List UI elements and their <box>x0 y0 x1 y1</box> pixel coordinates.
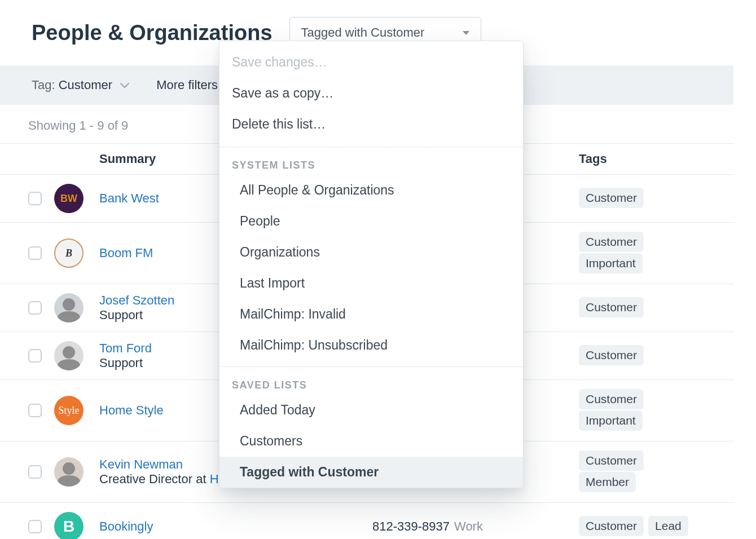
dropdown-saved-item[interactable]: Added Today <box>219 395 523 426</box>
dropdown-saved-item[interactable]: Customers <box>219 426 523 457</box>
row-checkbox[interactable] <box>28 301 42 315</box>
contact-name-link[interactable]: Bookingly <box>99 519 153 533</box>
dropdown-system-item[interactable]: Last Import <box>219 268 523 299</box>
tag-pill[interactable]: Important <box>579 410 643 431</box>
tag-pill[interactable]: Customer <box>579 516 644 536</box>
contact-name-link[interactable]: Home Style <box>99 403 164 417</box>
contact-name-link[interactable]: Bank West <box>99 191 159 205</box>
row-checkbox[interactable] <box>28 246 42 260</box>
avatar: Style <box>54 396 83 425</box>
tag-filter-label: Tag: <box>32 78 55 92</box>
tag-pill[interactable]: Customer <box>579 232 644 252</box>
contact-name-link[interactable]: Kevin Newman <box>99 457 183 471</box>
dropdown-system-item[interactable]: MailChimp: Unsubscribed <box>219 330 523 361</box>
tag-pill[interactable]: Lead <box>648 516 688 536</box>
tag-filter[interactable]: Tag: Customer <box>32 78 129 92</box>
dropdown-delete-list[interactable]: Delete this list… <box>219 109 523 140</box>
list-select-label: Tagged with Customer <box>301 25 425 40</box>
tag-pill[interactable]: Customer <box>579 297 644 317</box>
tag-pill[interactable]: Member <box>579 472 636 492</box>
avatar <box>54 457 83 487</box>
chevron-down-icon <box>120 83 129 89</box>
dropdown-save-copy[interactable]: Save as a copy… <box>219 78 523 109</box>
contact-subtitle-text: Creative Director at <box>99 472 210 486</box>
tag-pill[interactable]: Customer <box>579 188 644 208</box>
phone-label: Work <box>454 519 483 533</box>
dropdown-divider <box>219 147 523 147</box>
list-dropdown-panel: Save changes… Save as a copy… Delete thi… <box>219 41 524 488</box>
dropdown-saved-item[interactable]: Tagged with Customer <box>219 457 523 488</box>
dropdown-divider <box>219 366 523 367</box>
avatar: B <box>54 512 83 539</box>
avatar <box>54 293 83 322</box>
dropdown-save-changes: Save changes… <box>219 47 523 78</box>
tag-pill[interactable]: Customer <box>579 345 644 365</box>
phone-number: 812-339-8937 <box>372 519 450 533</box>
row-checkbox[interactable] <box>28 192 42 205</box>
contact-name-link[interactable]: Josef Szotten <box>99 293 174 307</box>
dropdown-system-item[interactable]: Organizations <box>219 237 523 268</box>
dropdown-section-saved: SAVED LISTS <box>219 373 523 395</box>
contact-name-link[interactable]: Boom FM <box>99 246 153 260</box>
table-row: BBookingly812-339-8937WorkCustomerLead <box>0 503 733 539</box>
dropdown-section-system: SYSTEM LISTS <box>219 153 523 175</box>
caret-down-icon <box>463 31 469 35</box>
contact-name-link[interactable]: Tom Ford <box>99 341 152 355</box>
row-checkbox[interactable] <box>28 465 42 479</box>
row-checkbox[interactable] <box>28 349 42 363</box>
tag-pill[interactable]: Customer <box>579 450 644 471</box>
avatar <box>54 341 83 370</box>
dropdown-system-item[interactable]: MailChimp: Invalid <box>219 299 523 330</box>
row-checkbox[interactable] <box>28 404 42 417</box>
column-header-tags[interactable]: Tags <box>575 152 705 166</box>
tag-filter-value: Customer <box>59 78 112 92</box>
tag-pill[interactable]: Important <box>579 253 643 273</box>
dropdown-system-item[interactable]: People <box>219 206 523 237</box>
more-filters-button[interactable]: More filters <box>156 78 218 92</box>
tag-pill[interactable]: Customer <box>579 389 644 409</box>
avatar: BW <box>54 184 83 213</box>
avatar: B <box>54 238 83 268</box>
row-checkbox[interactable] <box>28 520 42 533</box>
dropdown-system-item[interactable]: All People & Organizations <box>219 175 523 206</box>
